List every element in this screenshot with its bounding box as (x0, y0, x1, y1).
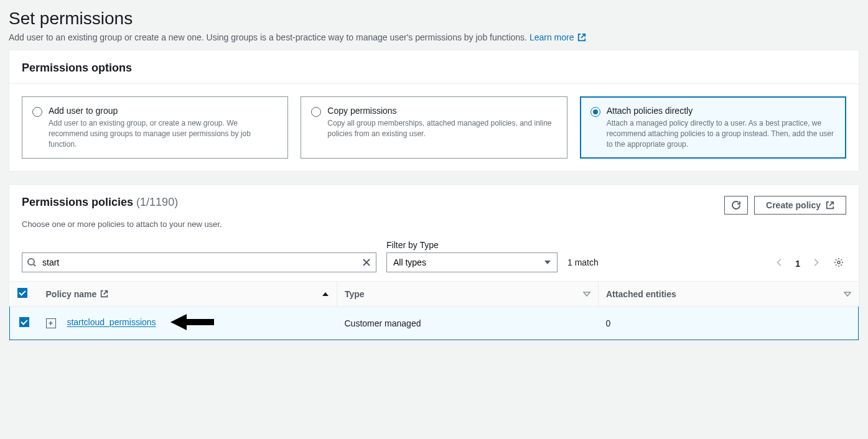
option-title: Attach policies directly (607, 106, 836, 116)
radio-icon (590, 107, 600, 117)
policies-count: (1/1190) (136, 196, 178, 208)
header-policy-name[interactable]: Policy name (39, 282, 337, 307)
match-count: 1 match (567, 257, 599, 272)
next-page-button[interactable] (809, 256, 823, 272)
external-link-icon (100, 290, 108, 298)
chevron-left-icon (775, 258, 784, 267)
permissions-options-header: Permissions options (9, 50, 859, 84)
page-description: Add user to an existing group or create … (9, 32, 859, 42)
option-copy-permissions[interactable]: Copy permissions Copy all group membersh… (301, 96, 567, 159)
policy-attached-cell: 0 (599, 307, 859, 340)
option-title: Add user to group (49, 106, 278, 116)
options-row: Add user to group Add user to an existin… (22, 96, 846, 159)
header-type[interactable]: Type (337, 282, 599, 307)
option-attach-policies-directly[interactable]: Attach policies directly Attach a manage… (580, 96, 846, 159)
expand-row-button[interactable] (46, 318, 56, 328)
search-wrapper (22, 252, 376, 272)
radio-icon (311, 107, 321, 117)
spacer (22, 238, 376, 250)
option-desc: Copy all group memberships, attached man… (327, 118, 556, 139)
option-content: Attach policies directly Attach a manage… (607, 106, 836, 149)
sort-icon (583, 290, 590, 298)
option-desc: Attach a managed policy directly to a us… (607, 118, 836, 149)
permissions-options-title: Permissions options (22, 62, 846, 75)
create-policy-label: Create policy (766, 200, 821, 210)
learn-more-link[interactable]: Learn more (530, 32, 586, 42)
prev-page-button[interactable] (773, 256, 786, 272)
external-link-icon (826, 201, 834, 210)
refresh-icon (731, 200, 741, 210)
chevron-right-icon (811, 258, 820, 267)
header-attached-entities[interactable]: Attached entities (599, 282, 859, 307)
header-policy-name-text: Policy name (46, 289, 97, 299)
permissions-options-body: Add user to group Add user to an existin… (9, 84, 859, 171)
select-all-checkbox[interactable] (17, 288, 27, 298)
external-link-icon (577, 33, 586, 42)
policy-type-cell: Customer managed (337, 307, 599, 340)
policies-header-actions: Create policy (724, 196, 846, 215)
pagination: 1 (773, 255, 846, 272)
table-row[interactable]: startcloud_permissions Customer managed … (10, 307, 859, 340)
policies-header: Permissions policies (1/1190) Create pol… (9, 185, 859, 220)
settings-button[interactable] (831, 255, 846, 272)
svg-point-1 (838, 261, 840, 264)
header-attached-text: Attached entities (606, 289, 676, 299)
permissions-options-panel: Permissions options Add user to group Ad… (9, 50, 859, 172)
search-col (22, 238, 376, 272)
policies-subtitle: Choose one or more policies to attach to… (9, 220, 859, 238)
sort-icon (844, 290, 851, 298)
learn-more-text: Learn more (530, 32, 574, 42)
filter-by-type-label: Filter by Type (386, 240, 558, 250)
create-policy-button[interactable]: Create policy (754, 196, 846, 215)
radio-icon (32, 107, 42, 117)
header-checkbox-cell (10, 282, 39, 307)
svg-point-0 (28, 259, 34, 265)
option-content: Add user to group Add user to an existin… (49, 106, 278, 149)
option-desc: Add user to an existing group, or create… (49, 118, 278, 149)
type-select[interactable]: All types (386, 252, 558, 272)
policies-title: Permissions policies (1/1190) (22, 196, 178, 209)
page-description-text: Add user to an existing group or create … (9, 32, 527, 42)
type-filter-col: Filter by Type All types (386, 240, 558, 272)
sort-asc-icon (322, 290, 329, 298)
arrow-annotation-icon (170, 314, 214, 332)
option-content: Copy permissions Copy all group membersh… (327, 106, 556, 149)
policies-title-wrap: Permissions policies (1/1190) (22, 196, 178, 209)
policy-name-link[interactable]: startcloud_permissions (67, 318, 156, 328)
permissions-policies-panel: Permissions policies (1/1190) Create pol… (9, 184, 859, 341)
policy-name-cell: startcloud_permissions (39, 307, 337, 340)
refresh-button[interactable] (724, 196, 748, 215)
policies-table: Policy name Type Attached entities (9, 281, 859, 340)
page-title: Set permissions (9, 9, 859, 29)
page-number: 1 (795, 259, 800, 269)
option-title: Copy permissions (327, 106, 556, 116)
page-header: Set permissions Add user to an existing … (9, 9, 859, 42)
table-header-row: Policy name Type Attached entities (10, 282, 859, 307)
search-input[interactable] (22, 252, 376, 272)
gear-icon (834, 257, 844, 267)
clear-search-icon[interactable] (362, 257, 371, 267)
type-select-wrapper: All types (386, 252, 558, 272)
search-icon (27, 257, 37, 267)
option-add-user-to-group[interactable]: Add user to group Add user to an existin… (22, 96, 288, 159)
filters-row: Filter by Type All types 1 match 1 (9, 238, 859, 281)
row-checkbox[interactable] (19, 317, 29, 327)
policies-title-text: Permissions policies (22, 196, 133, 208)
row-checkbox-cell (10, 307, 39, 340)
header-type-text: Type (345, 289, 365, 299)
